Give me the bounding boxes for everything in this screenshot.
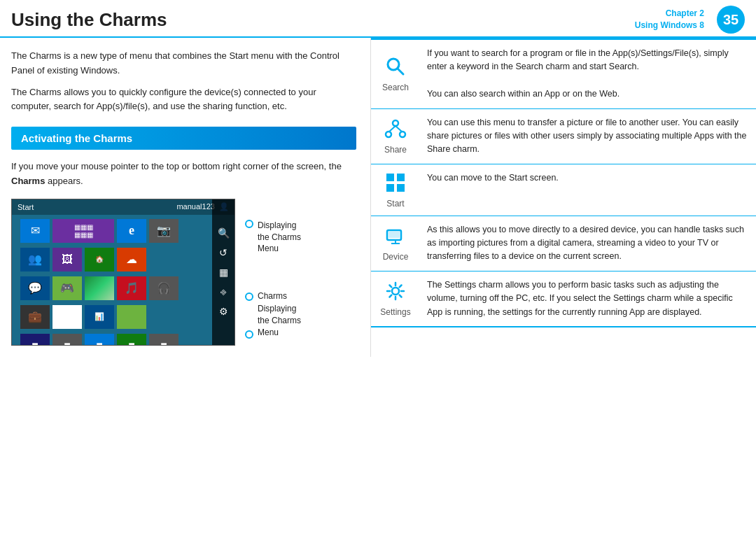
svg-rect-12 (388, 232, 400, 238)
svg-rect-10 (397, 184, 405, 192)
win8-screenshot: Start manual123 👤 ✉ ▦▦▦▦▦▦ e 📷 (11, 199, 235, 346)
tile-ie: e (117, 219, 146, 243)
charm-row-device: Device As this allows you to move direct… (371, 216, 756, 271)
annotation-middle-text: Charms (258, 290, 287, 302)
charms-table: Search If you want to search for a progr… (371, 40, 756, 327)
charm-start-icon: ▦ (217, 266, 230, 278)
annotation-top: Displaying the Charms Menu (245, 220, 301, 255)
section-heading: Activating the Charms (11, 127, 356, 150)
tile-store: 📊 (85, 305, 114, 329)
tile-bottom2: ■ (52, 334, 82, 346)
svg-point-15 (392, 288, 399, 295)
annotation-bottom: Displaying the Charms Menu (245, 303, 301, 338)
activation-text: If you move your mouse pointer to the to… (11, 160, 356, 189)
screenshot-area: Start manual123 👤 ✉ ▦▦▦▦▦▦ e 📷 (11, 199, 356, 346)
charm-row-search: Search If you want to search for a progr… (371, 40, 756, 108)
svg-point-3 (386, 132, 391, 137)
tile-green1: 🏠 (85, 248, 114, 271)
tile-briefcase: 💼 (20, 305, 50, 329)
tile-photo: 🖼 (52, 248, 82, 271)
main-content: The Charms is a new type of menu that co… (0, 38, 756, 357)
tile-bottom3: ■ (85, 334, 114, 346)
charm-row-settings: Settings The Settings charm allows you t… (371, 271, 756, 327)
svg-line-1 (398, 69, 403, 74)
charm-icon-cell-share: Share (371, 108, 420, 164)
annotation-middle: Charms (245, 290, 301, 302)
annotations-area: Displaying the Charms Menu Charms Displa… (245, 199, 301, 346)
svg-point-4 (400, 132, 405, 137)
tile-music: 🎵 (117, 276, 146, 300)
charm-desc-search: If you want to search for a program or f… (420, 40, 756, 108)
annotation-bottom-text: Displaying the Charms Menu (258, 303, 301, 338)
tile-weather: ☀ (52, 305, 82, 329)
charm-name-start: Start (378, 199, 413, 209)
charm-icon-cell-start: Start (371, 164, 420, 216)
svg-rect-7 (386, 174, 394, 181)
charm-desc-settings: The Settings charm allows you to perform… (420, 271, 756, 327)
charm-row-start: Start You can move to the Start screen. (371, 164, 756, 216)
charm-row-share: Share You can use this menu to transfer … (371, 108, 756, 164)
tile-wide-purple: ▦▦▦▦▦▦ (52, 219, 114, 243)
tile-skydrive: ☁ (117, 248, 146, 271)
charm-settings-icon: ⚙ (217, 305, 230, 318)
page-header: Using the Charms Chapter 2 Using Windows… (0, 0, 756, 38)
chapter-info: Chapter 2 Using Windows 8 (635, 8, 704, 31)
intro-para1: The Charms is a new type of menu that co… (11, 49, 356, 78)
tile-head: 🎧 (149, 276, 178, 300)
charm-desc-device: As this allows you to move directly to a… (420, 216, 756, 271)
charm-search-icon: 🔍 (217, 227, 230, 239)
right-column: Search If you want to search for a progr… (371, 38, 756, 357)
charm-name-search: Search (378, 83, 413, 92)
tile-people: 👥 (20, 248, 50, 271)
tile-bottom4: ■ (117, 334, 146, 346)
annotation-dot-top (245, 220, 253, 228)
chapter-badge: 35 (717, 6, 745, 34)
charm-icon-cell-search: Search (371, 40, 420, 108)
charm-name-settings: Settings (378, 307, 413, 317)
page-title: Using the Charms (11, 9, 635, 31)
svg-line-6 (396, 126, 402, 132)
svg-point-2 (393, 120, 398, 126)
tile-photo2 (85, 276, 114, 300)
tile-gray1: 📷 (149, 219, 178, 243)
win8-topbar: Start manual123 👤 (12, 199, 234, 215)
charm-name-device: Device (378, 252, 413, 262)
tile-bottom1: ■ (20, 334, 50, 346)
charm-share-icon: ↺ (217, 246, 230, 259)
tile-messaging: 💬 (20, 276, 50, 300)
charm-icon-cell-device: Device (371, 216, 420, 271)
svg-line-5 (389, 126, 396, 132)
svg-rect-8 (397, 174, 405, 181)
svg-rect-9 (386, 184, 394, 192)
tile-xbox: 🎮 (52, 276, 82, 300)
charm-device-icon: ⎆ (217, 285, 230, 298)
tile-lime2 (117, 305, 146, 329)
intro-para2: The Charms allows you to quickly configu… (11, 85, 356, 115)
charms-bar: 🔍 ↺ ▦ ⎆ ⚙ (212, 199, 234, 345)
charm-desc-start: You can move to the Start screen. (420, 164, 756, 216)
annotation-dot-bottom (245, 330, 253, 339)
annotation-dot-middle (245, 292, 253, 301)
charm-icon-cell-settings: Settings (371, 271, 420, 327)
annotation-top-text: Displaying the Charms Menu (258, 220, 301, 255)
tile-mail: ✉ (20, 219, 50, 243)
left-column: The Charms is a new type of menu that co… (0, 38, 371, 357)
charm-desc-share: You can use this menu to transfer a pict… (420, 108, 756, 164)
tile-bottom5: ■ (149, 334, 178, 346)
charm-name-share: Share (378, 145, 413, 155)
